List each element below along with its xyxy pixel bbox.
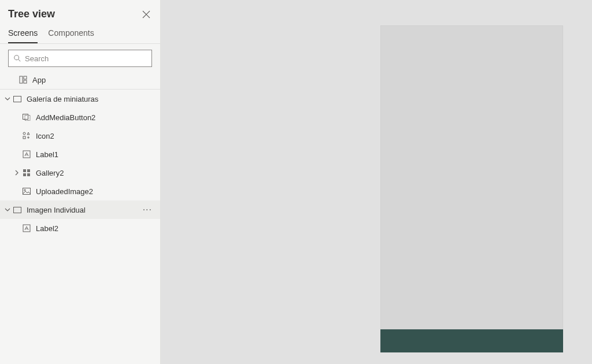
preview-bottom-bar bbox=[380, 329, 563, 352]
media-icon bbox=[22, 113, 31, 122]
svg-rect-4 bbox=[24, 80, 27, 83]
node-label: Galería de miniaturas bbox=[27, 95, 156, 103]
svg-rect-9 bbox=[23, 136, 25, 139]
chevron-down-icon[interactable] bbox=[2, 207, 13, 213]
svg-rect-12 bbox=[27, 169, 30, 172]
svg-point-16 bbox=[24, 190, 25, 191]
svg-rect-13 bbox=[23, 173, 26, 176]
chevron-right-icon[interactable] bbox=[12, 170, 22, 176]
svg-rect-17 bbox=[14, 207, 21, 213]
svg-rect-3 bbox=[24, 76, 27, 79]
tree-node-addmedia[interactable]: AddMediaButton2 bbox=[0, 108, 160, 127]
canvas-area[interactable] bbox=[161, 0, 592, 364]
tab-components[interactable]: Components bbox=[48, 25, 94, 43]
svg-rect-14 bbox=[27, 173, 30, 176]
more-actions-button[interactable]: ··· bbox=[139, 205, 156, 215]
tab-screens[interactable]: Screens bbox=[8, 25, 38, 43]
svg-point-8 bbox=[23, 132, 25, 135]
label-icon bbox=[22, 224, 31, 233]
image-icon bbox=[22, 187, 31, 196]
node-label: Gallery2 bbox=[36, 169, 156, 177]
search-box[interactable] bbox=[8, 50, 152, 67]
svg-rect-7 bbox=[25, 116, 30, 121]
screen-icon bbox=[13, 205, 22, 214]
app-icon bbox=[18, 75, 28, 84]
panel-header: Tree view bbox=[0, 0, 160, 25]
screen-icon bbox=[13, 94, 22, 103]
tree-view-panel: Tree view Screens Components App bbox=[0, 0, 161, 364]
node-label: Label1 bbox=[36, 150, 156, 159]
tree-node-uploadedimage2[interactable]: UploadedImage2 bbox=[0, 182, 160, 200]
chevron-down-icon[interactable] bbox=[2, 96, 13, 102]
gallery-icon bbox=[22, 168, 31, 177]
panel-title: Tree view bbox=[8, 8, 55, 20]
svg-rect-18 bbox=[23, 225, 30, 232]
node-label: Label2 bbox=[36, 224, 156, 233]
icons-icon bbox=[22, 131, 31, 140]
tree-node-icon2[interactable]: Icon2 bbox=[0, 127, 160, 145]
search-icon bbox=[13, 54, 21, 62]
tree-node-screen-galeria[interactable]: Galería de miniaturas bbox=[0, 90, 160, 108]
svg-rect-6 bbox=[23, 114, 28, 120]
tree-node-app[interactable]: App bbox=[0, 70, 160, 89]
tree-node-gallery2[interactable]: Gallery2 bbox=[0, 164, 160, 182]
tree-node-screen-imagen[interactable]: Imagen Individual ··· bbox=[0, 200, 160, 219]
svg-rect-15 bbox=[23, 188, 31, 195]
node-label: Icon2 bbox=[36, 132, 156, 140]
close-panel-button[interactable] bbox=[140, 9, 152, 20]
svg-rect-5 bbox=[14, 96, 21, 102]
tabs: Screens Components bbox=[0, 25, 160, 44]
label-icon bbox=[22, 150, 31, 159]
node-label: AddMediaButton2 bbox=[36, 113, 156, 122]
screen-preview[interactable] bbox=[380, 25, 563, 352]
search-input[interactable] bbox=[25, 54, 147, 63]
node-label: App bbox=[32, 76, 156, 84]
svg-rect-2 bbox=[20, 76, 23, 83]
svg-rect-11 bbox=[23, 169, 26, 172]
svg-line-1 bbox=[18, 60, 21, 62]
svg-rect-10 bbox=[23, 151, 30, 158]
node-label: UploadedImage2 bbox=[36, 187, 156, 196]
search-container bbox=[0, 44, 160, 70]
tree: App Galería de miniaturas AddMediaButton… bbox=[0, 70, 160, 364]
node-label: Imagen Individual bbox=[27, 206, 139, 214]
tree-node-label2[interactable]: Label2 bbox=[0, 219, 160, 237]
tree-node-label1[interactable]: Label1 bbox=[0, 145, 160, 164]
close-icon bbox=[142, 10, 150, 18]
svg-point-0 bbox=[14, 55, 19, 60]
